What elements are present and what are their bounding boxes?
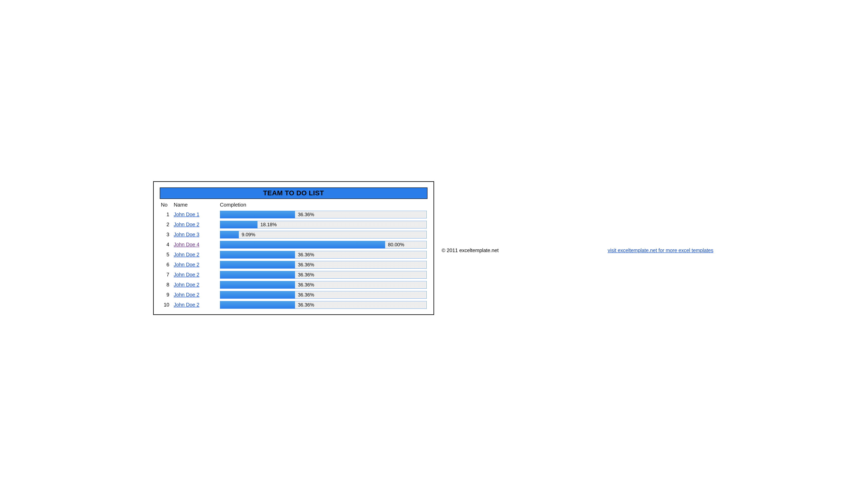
- progress-bar: 36.36%: [220, 251, 427, 259]
- row-name-cell: John Doe 2: [174, 272, 220, 278]
- completion-cell: 9.09%: [220, 231, 427, 238]
- table-row: 9John Doe 236.36%: [160, 290, 427, 300]
- progress-fill: [220, 251, 295, 258]
- row-number: 5: [160, 252, 174, 258]
- progress-fill: [220, 261, 295, 268]
- completion-cell: 36.36%: [220, 251, 427, 259]
- name-link[interactable]: John Doe 2: [174, 292, 200, 297]
- progress-fill: [220, 211, 295, 218]
- progress-bar: 36.36%: [220, 271, 427, 279]
- name-link[interactable]: John Doe 2: [174, 222, 200, 227]
- progress-fill: [220, 241, 385, 248]
- progress-fill: [220, 301, 295, 309]
- row-name-cell: John Doe 2: [174, 292, 220, 298]
- completion-cell: 36.36%: [220, 281, 427, 289]
- progress-fill: [220, 291, 295, 298]
- row-number: 9: [160, 292, 174, 298]
- name-link[interactable]: John Doe 1: [174, 212, 200, 217]
- progress-bar: 80.00%: [220, 241, 427, 248]
- row-name-cell: John Doe 1: [174, 212, 220, 217]
- header-completion: Completion: [220, 202, 427, 208]
- row-number: 2: [160, 222, 174, 228]
- header-name: Name: [174, 202, 220, 208]
- row-number: 8: [160, 282, 174, 288]
- table-row: 8John Doe 236.36%: [160, 280, 427, 290]
- completion-cell: 80.00%: [220, 241, 427, 248]
- progress-label: 36.36%: [295, 302, 314, 308]
- completion-cell: 36.36%: [220, 261, 427, 268]
- table-headers: No Name Completion: [160, 201, 427, 210]
- completion-cell: 18.18%: [220, 221, 427, 229]
- row-number: 10: [160, 302, 174, 308]
- progress-fill: [220, 281, 295, 289]
- name-link[interactable]: John Doe 2: [174, 272, 200, 277]
- progress-bar: 36.36%: [220, 301, 427, 309]
- row-name-cell: John Doe 2: [174, 252, 220, 258]
- completion-cell: 36.36%: [220, 271, 427, 279]
- progress-bar: 36.36%: [220, 281, 427, 289]
- completion-cell: 36.36%: [220, 211, 427, 218]
- name-link[interactable]: John Doe 2: [174, 282, 200, 288]
- footer-link[interactable]: visit exceltemplate.net for more excel t…: [608, 248, 713, 253]
- table-row: 6John Doe 236.36%: [160, 260, 427, 270]
- row-name-cell: John Doe 2: [174, 302, 220, 308]
- table-row: 5John Doe 236.36%: [160, 250, 427, 260]
- progress-label: 18.18%: [257, 222, 277, 228]
- table-row: 10John Doe 236.36%: [160, 300, 427, 310]
- table-row: 3John Doe 39.09%: [160, 230, 427, 240]
- progress-bar: 9.09%: [220, 231, 427, 238]
- name-link[interactable]: John Doe 3: [174, 232, 200, 237]
- name-link[interactable]: John Doe 2: [174, 262, 200, 267]
- row-name-cell: John Doe 2: [174, 222, 220, 228]
- footer: © 2011 exceltemplate.net visit exceltemp…: [434, 243, 715, 253]
- row-name-cell: John Doe 3: [174, 232, 220, 237]
- row-number: 1: [160, 212, 174, 217]
- progress-label: 36.36%: [295, 272, 314, 278]
- header-no: No: [160, 202, 174, 208]
- row-number: 7: [160, 272, 174, 278]
- copyright-text: © 2011 exceltemplate.net: [442, 248, 499, 253]
- progress-bar: 36.36%: [220, 291, 427, 299]
- document-frame: TEAM TO DO LIST No Name Completion 1John…: [153, 181, 434, 315]
- progress-label: 36.36%: [295, 282, 314, 288]
- progress-fill: [220, 231, 239, 238]
- table-row: 1John Doe 136.36%: [160, 210, 427, 220]
- completion-cell: 36.36%: [220, 291, 427, 299]
- progress-bar: 36.36%: [220, 211, 427, 218]
- row-name-cell: John Doe 4: [174, 242, 220, 248]
- progress-label: 80.00%: [385, 242, 404, 248]
- row-number: 4: [160, 242, 174, 248]
- progress-fill: [220, 221, 258, 228]
- name-link[interactable]: John Doe 2: [174, 252, 200, 257]
- progress-label: 9.09%: [239, 232, 255, 237]
- title-bar: TEAM TO DO LIST: [160, 187, 427, 199]
- page-title: TEAM TO DO LIST: [160, 189, 427, 197]
- progress-label: 36.36%: [295, 262, 314, 267]
- progress-label: 36.36%: [295, 212, 314, 217]
- row-name-cell: John Doe 2: [174, 282, 220, 288]
- progress-fill: [220, 271, 295, 278]
- progress-label: 36.36%: [295, 292, 314, 298]
- completion-cell: 36.36%: [220, 301, 427, 309]
- progress-label: 36.36%: [295, 252, 314, 258]
- table-row: 2John Doe 218.18%: [160, 220, 427, 230]
- table-row: 7John Doe 236.36%: [160, 270, 427, 280]
- progress-bar: 36.36%: [220, 261, 427, 268]
- row-number: 3: [160, 232, 174, 237]
- name-link[interactable]: John Doe 4: [174, 242, 200, 247]
- table-row: 4John Doe 480.00%: [160, 240, 427, 250]
- row-number: 6: [160, 262, 174, 267]
- progress-bar: 18.18%: [220, 221, 427, 229]
- table-body: 1John Doe 136.36%2John Doe 218.18%3John …: [160, 210, 427, 310]
- name-link[interactable]: John Doe 2: [174, 302, 200, 308]
- row-name-cell: John Doe 2: [174, 262, 220, 267]
